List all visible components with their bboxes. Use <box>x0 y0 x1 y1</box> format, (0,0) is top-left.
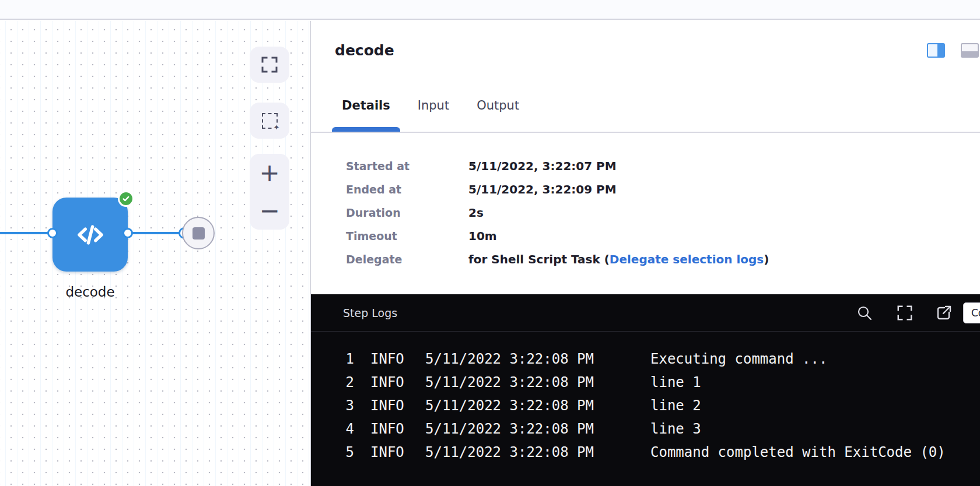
stop-square-icon <box>192 227 205 240</box>
log-timestamp: 5/11/2022 3:22:08 PM <box>425 351 594 367</box>
canvas-zoom-controls: + − <box>250 154 289 230</box>
detail-value: 5/11/2022, 3:22:07 PM <box>468 159 617 173</box>
log-message: Command completed with ExitCode (0) <box>650 444 946 460</box>
log-timestamp: 5/11/2022 3:22:08 PM <box>425 397 594 414</box>
cursor-icon: ✦ <box>274 124 280 131</box>
log-message: line 1 <box>650 374 701 390</box>
connector-port-left[interactable] <box>47 228 58 238</box>
pipeline-end-node[interactable] <box>182 217 215 249</box>
step-logs-header: Step Logs <box>311 294 980 332</box>
step-detail-panel: decode Details Input Output Started at 5… <box>310 21 980 486</box>
log-line-number: 5 <box>327 444 354 460</box>
detail-value: for Shell Script Task (Delegate selectio… <box>468 252 769 266</box>
zoom-in-button[interactable]: + <box>250 154 289 192</box>
split-bottom-icon[interactable] <box>961 43 979 58</box>
active-tab-underline <box>332 127 400 132</box>
search-icon[interactable] <box>856 304 873 322</box>
top-bar <box>0 0 980 20</box>
log-line-number: 2 <box>327 374 354 390</box>
detail-row-timeout: Timeout 10m <box>311 224 980 248</box>
pipeline-node-decode[interactable] <box>52 198 128 272</box>
detail-value: 10m <box>468 229 497 243</box>
edge-line-out <box>128 232 184 234</box>
tab-input[interactable]: Input <box>408 98 459 132</box>
node-label: decode <box>41 284 139 300</box>
log-message: line 3 <box>650 421 701 437</box>
app-root: decode ✦ + − decode <box>0 0 980 486</box>
detail-row-ended-at: Ended at 5/11/2022, 3:22:09 PM <box>311 178 980 201</box>
detail-label: Delegate <box>346 253 468 266</box>
fullscreen-icon <box>260 55 279 74</box>
delegate-selection-logs-link[interactable]: Delegate selection logs <box>610 252 764 266</box>
detail-row-delegate: Delegate for Shell Script Task (Delegate… <box>311 248 980 271</box>
log-row: 3 INFO 5/11/2022 3:22:08 PM line 2 <box>311 397 980 421</box>
log-line-number: 4 <box>327 421 354 437</box>
detail-label: Ended at <box>346 183 468 196</box>
tab-label: Output <box>477 98 519 112</box>
detail-row-started-at: Started at 5/11/2022, 3:22:07 PM <box>311 154 980 178</box>
log-level: INFO <box>370 397 404 414</box>
log-rows: 1 INFO 5/11/2022 3:22:08 PM Executing co… <box>311 332 980 467</box>
log-timestamp: 5/11/2022 3:22:08 PM <box>425 421 594 437</box>
detail-label: Started at <box>346 160 468 172</box>
external-link-icon[interactable] <box>935 304 953 322</box>
success-check-icon <box>118 191 134 207</box>
edge-line-in <box>0 232 49 234</box>
console-view-button[interactable]: Co <box>963 302 980 323</box>
detail-label: Duration <box>346 206 468 219</box>
pipeline-canvas[interactable]: decode ✦ + − <box>0 21 310 486</box>
step-logs-title: Step Logs <box>343 294 397 332</box>
log-row: 5 INFO 5/11/2022 3:22:08 PM Command comp… <box>311 444 980 467</box>
log-message: Executing command ... <box>650 351 827 367</box>
expand-icon[interactable] <box>896 304 914 322</box>
panel-title: decode <box>335 42 394 59</box>
log-message: line 2 <box>650 397 701 414</box>
tab-label: Details <box>342 98 390 112</box>
log-row: 4 INFO 5/11/2022 3:22:08 PM line 3 <box>311 421 980 444</box>
delegate-value-suffix: ) <box>764 252 769 266</box>
canvas-fullscreen-button[interactable] <box>250 47 289 83</box>
code-icon <box>72 217 108 253</box>
delegate-value-prefix: for Shell Script Task ( <box>468 252 610 266</box>
marquee-select-icon: ✦ <box>262 113 278 129</box>
log-line-number: 1 <box>327 351 354 367</box>
detail-value: 2s <box>468 206 484 220</box>
detail-row-duration: Duration 2s <box>311 201 980 224</box>
log-line-number: 3 <box>327 397 354 414</box>
detail-value: 5/11/2022, 3:22:09 PM <box>468 182 617 196</box>
log-level: INFO <box>370 421 404 437</box>
log-timestamp: 5/11/2022 3:22:08 PM <box>425 444 594 460</box>
log-row: 2 INFO 5/11/2022 3:22:08 PM line 1 <box>311 374 980 397</box>
split-right-icon[interactable] <box>927 43 945 58</box>
detail-label: Timeout <box>346 230 468 242</box>
log-level: INFO <box>370 444 404 460</box>
log-level: INFO <box>370 374 404 390</box>
zoom-out-button[interactable]: − <box>250 192 289 230</box>
tab-bar: Details Input Output <box>332 98 537 132</box>
connector-port-right[interactable] <box>123 228 133 238</box>
log-level: INFO <box>370 351 404 367</box>
log-timestamp: 5/11/2022 3:22:08 PM <box>425 374 594 390</box>
tab-details[interactable]: Details <box>332 98 400 132</box>
tab-output[interactable]: Output <box>467 98 529 132</box>
tab-label: Input <box>418 98 449 112</box>
details-section: Started at 5/11/2022, 3:22:07 PM Ended a… <box>311 133 980 271</box>
step-logs-panel: Step Logs <box>311 294 980 486</box>
canvas-marquee-select-button[interactable]: ✦ <box>250 103 289 139</box>
log-row: 1 INFO 5/11/2022 3:22:08 PM Executing co… <box>311 351 980 374</box>
